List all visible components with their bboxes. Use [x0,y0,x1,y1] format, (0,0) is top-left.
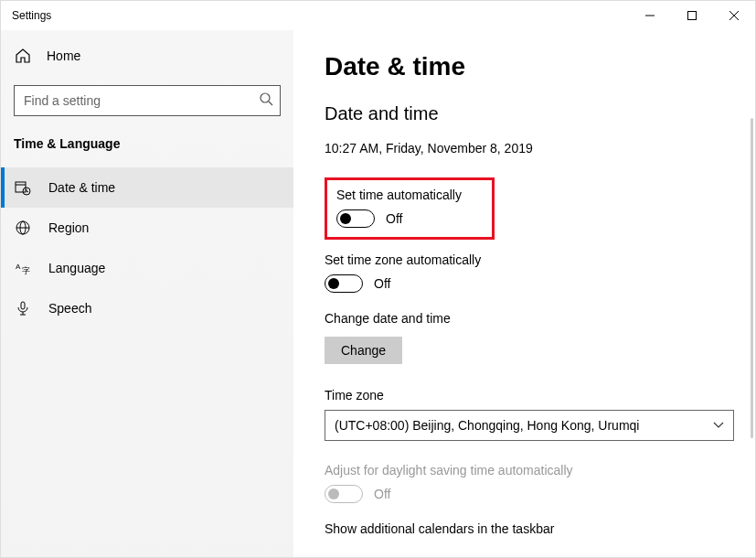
dst-toggle [325,485,363,503]
sidebar-item-speech[interactable]: Speech [1,288,293,328]
sidebar-item-region[interactable]: Region [1,208,293,248]
change-button[interactable]: Change [325,337,402,364]
maximize-button[interactable] [671,1,713,30]
svg-rect-6 [16,182,26,192]
set-time-auto-label: Set time automatically [336,188,483,202]
current-datetime: 10:27 AM, Friday, November 8, 2019 [325,141,755,156]
window-title: Settings [12,9,51,22]
set-tz-auto-state: Off [374,276,390,291]
search-input[interactable] [14,85,281,116]
page-title: Date & time [325,52,755,81]
titlebar: Settings [1,1,755,30]
sidebar: Home Time & Language Date & time Region … [1,30,293,557]
timezone-label: Time zone [325,388,755,402]
set-time-auto-toggle[interactable] [336,209,375,228]
search-icon [259,91,273,110]
timezone-dropdown[interactable]: (UTC+08:00) Beijing, Chongqing, Hong Kon… [325,410,734,441]
dst-state: Off [374,487,390,501]
svg-line-5 [269,102,272,105]
section-heading: Date and time [325,103,755,124]
sidebar-item-date-time[interactable]: Date & time [1,167,293,208]
close-button[interactable] [713,1,755,30]
svg-rect-16 [21,302,25,309]
content-pane: Date & time Date and time 10:27 AM, Frid… [293,30,755,557]
dst-label: Adjust for daylight saving time automati… [325,463,755,478]
minimize-button[interactable] [629,1,671,30]
scrollbar[interactable] [751,118,753,438]
home-icon [12,48,34,64]
globe-icon [12,220,34,236]
language-icon: A字 [12,260,34,276]
sidebar-item-language[interactable]: A字 Language [1,248,293,288]
set-tz-auto-label: Set time zone automatically [325,252,755,267]
home-label: Home [47,48,80,63]
microphone-icon [12,300,34,317]
additional-calendars-label: Show additional calendars in the taskbar [325,521,755,536]
svg-point-4 [261,93,270,102]
set-time-auto-state: Off [386,211,402,226]
sidebar-section-title: Time & Language [1,136,293,151]
chevron-down-icon [713,419,724,432]
sidebar-item-label: Date & time [48,180,115,195]
sidebar-item-label: Language [48,261,105,275]
search-box[interactable] [14,85,281,116]
change-dt-label: Change date and time [325,311,755,326]
svg-line-10 [27,191,28,192]
calendar-clock-icon [12,179,34,196]
highlight-box: Set time automatically Off [325,177,495,240]
svg-rect-1 [688,12,697,20]
svg-text:字: 字 [22,266,30,275]
sidebar-item-label: Speech [48,301,91,316]
home-nav[interactable]: Home [1,38,293,74]
sidebar-item-label: Region [48,220,89,235]
svg-text:A: A [16,263,21,271]
set-tz-auto-toggle[interactable] [325,274,363,293]
timezone-value: (UTC+08:00) Beijing, Chongqing, Hong Kon… [335,418,639,433]
